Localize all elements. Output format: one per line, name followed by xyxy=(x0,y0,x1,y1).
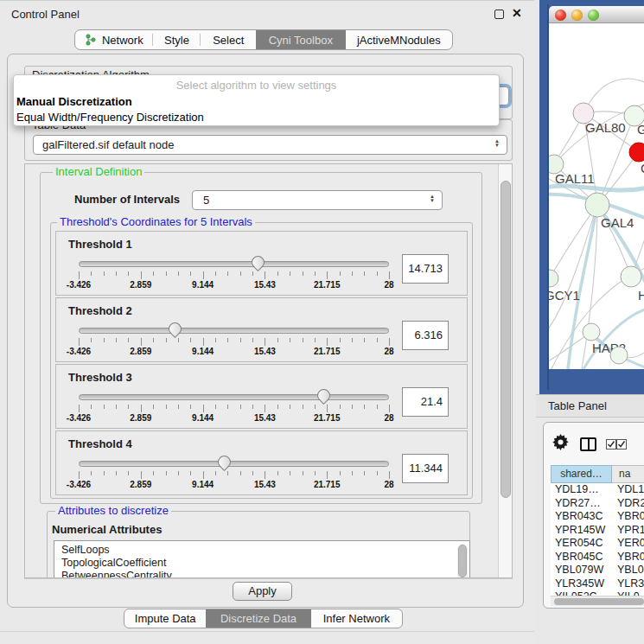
slider-track[interactable] xyxy=(79,328,389,334)
table-row[interactable]: YER054CYER0 xyxy=(551,537,644,551)
spinner-arrows-icon: ▲▼ xyxy=(430,194,435,203)
attributes-list-scrollbar[interactable] xyxy=(457,544,468,578)
threshold-label: Threshold 3 xyxy=(68,371,132,384)
cyni-toolbox-panel: Discretization Algorithm Table Data galF… xyxy=(7,54,524,608)
node-label: G xyxy=(637,122,644,137)
threshold-label: Threshold 2 xyxy=(68,304,132,317)
table-row[interactable]: YDR27…YDR2 xyxy=(551,497,644,511)
dropdown-item-manual[interactable]: Manual Discretization xyxy=(16,95,132,108)
slider-thumb[interactable] xyxy=(215,453,233,471)
float-icon[interactable] xyxy=(494,10,504,19)
network-node[interactable] xyxy=(585,193,609,217)
number-of-intervals-label: Number of Intervals xyxy=(74,193,180,206)
tab-jactivemnodules[interactable]: jActiveMNodules xyxy=(346,30,452,49)
threshold-value[interactable]: 11.344 xyxy=(402,454,449,483)
gear-icon[interactable] xyxy=(552,434,569,450)
network-window-titlebar xyxy=(549,6,644,23)
network-node[interactable] xyxy=(583,323,600,341)
bottom-tab-discretize-data[interactable]: Discretize Data xyxy=(206,609,310,628)
close-window-button[interactable] xyxy=(555,10,566,21)
top-tabbar: NetworkStyleSelectCyni ToolboxjActiveMNo… xyxy=(74,29,453,50)
table-data-combobox[interactable]: galFiltered.sif default node ▲▼ xyxy=(33,135,507,155)
threshold-panel: Threshold 1 -3.4262.8599.14415.4321.7152… xyxy=(55,231,468,296)
slider-track[interactable] xyxy=(79,461,389,467)
network-icon xyxy=(85,34,97,46)
tab-select[interactable]: Select xyxy=(201,30,256,49)
table-row[interactable]: YLR345WYLR3 xyxy=(551,577,644,591)
tab-cyni-toolbox[interactable]: Cyni Toolbox xyxy=(256,30,346,49)
bottom-tab-impute-data[interactable]: Impute Data xyxy=(124,609,206,628)
table-row[interactable]: YDL19…YDL1 xyxy=(551,483,644,497)
slider-track[interactable] xyxy=(79,394,389,400)
close-icon[interactable]: ✕ xyxy=(512,6,522,20)
table-panel: shared… na YDL19…YDL1YDR27…YDR2YBR043CYB… xyxy=(543,422,644,609)
tab-network[interactable]: Network xyxy=(75,30,153,49)
table-horizontal-scrollbar[interactable] xyxy=(551,596,644,606)
attribute-item[interactable]: BetweennessCentrality xyxy=(54,570,469,578)
column-header-shared-name[interactable]: shared… xyxy=(551,465,612,483)
node-label: GCY1 xyxy=(549,288,580,303)
threshold-label: Threshold 1 xyxy=(68,238,132,251)
bottom-tabbar: Impute DataDiscretize DataInfer Network xyxy=(124,609,403,628)
thresholds-group-title: Threshold's Coordinates for 5 Intervals xyxy=(57,216,255,227)
slider-track[interactable] xyxy=(79,261,389,267)
table-data-value: galFiltered.sif default node xyxy=(42,138,174,151)
interval-definition-title: Interval Definition xyxy=(53,166,144,177)
slider-thumb[interactable] xyxy=(166,320,184,338)
table-row[interactable]: YBR043CYBR0 xyxy=(551,510,644,524)
table-panel-title: Table Panel xyxy=(548,399,607,412)
network-canvas[interactable]: GAL80GCGAL11GAL4GCY1HHAP2 xyxy=(549,23,644,369)
minimize-window-button[interactable] xyxy=(571,10,583,21)
control-panel: Control Panel ✕ NetworkStyleSelectCyni T… xyxy=(0,0,534,644)
node-label: GAL11 xyxy=(555,171,595,186)
attribute-item[interactable]: SelfLoops xyxy=(54,544,469,557)
panel-title: Control Panel xyxy=(11,8,80,21)
column-header-name[interactable]: na xyxy=(612,465,644,483)
slider-thumb[interactable] xyxy=(315,386,333,405)
network-node[interactable] xyxy=(610,347,628,364)
node-label: GAL4 xyxy=(601,215,634,230)
numerical-attributes-list[interactable]: SelfLoopsTopologicalCoefficientBetweenne… xyxy=(54,540,470,578)
network-node[interactable] xyxy=(621,266,641,287)
network-node[interactable] xyxy=(549,270,558,287)
number-of-intervals-spinner[interactable]: 5 ▲▼ xyxy=(192,190,443,210)
columns-icon[interactable] xyxy=(580,437,596,451)
node-label: GAL80 xyxy=(585,120,626,135)
attributes-group-title: Attributes to discretize xyxy=(55,505,171,516)
threshold-label: Threshold 4 xyxy=(68,437,132,450)
numerical-attributes-label: Numerical Attributes xyxy=(52,523,162,536)
table-row[interactable]: YPR145WYPR1 xyxy=(551,524,644,538)
network-node[interactable] xyxy=(629,143,644,162)
algorithm-dropdown-popup: Select algorithm to view settings Manual… xyxy=(13,74,500,126)
slider-thumb[interactable] xyxy=(249,253,267,271)
settings-vertical-scrollbar[interactable] xyxy=(498,164,512,577)
table-body: YDL19…YDL1YDR27…YDR2YBR043CYBR0YPR145WYP… xyxy=(551,483,644,596)
dropdown-item-equal-width[interactable]: Equal Width/Frequency Discretization xyxy=(16,111,204,124)
threshold-value[interactable]: 14.713 xyxy=(402,254,449,284)
zoom-window-button[interactable] xyxy=(588,10,599,21)
combo-arrows-icon: ▲▼ xyxy=(494,139,500,148)
threshold-value[interactable]: 21.4 xyxy=(402,387,449,417)
threshold-panel: Threshold 3 -3.4262.8599.14415.4321.7152… xyxy=(55,364,468,429)
bottom-tab-infer-network[interactable]: Infer Network xyxy=(311,609,402,628)
attribute-item[interactable]: TopologicalCoefficient xyxy=(54,557,469,570)
threshold-value[interactable]: 6.316 xyxy=(402,321,449,350)
apply-button[interactable]: Apply xyxy=(233,582,292,601)
panel-bottom-divider xyxy=(0,631,534,632)
number-of-intervals-value: 5 xyxy=(203,194,209,207)
select-columns-icon[interactable] xyxy=(606,439,627,450)
node-label: H xyxy=(638,288,644,303)
table-panel-header: Table Panel xyxy=(536,394,644,418)
node-label: C xyxy=(641,161,644,175)
right-side: GAL80GCGAL11GAL4GCY1HHAP2 Table Panel sh… xyxy=(536,0,644,644)
settings-scrollpane: Interval Definition Number of Intervals … xyxy=(24,163,513,578)
table-row[interactable]: YBL079WYBL0 xyxy=(551,564,644,577)
dropdown-placeholder: Select algorithm to view settings xyxy=(14,79,499,92)
threshold-panel: Threshold 4 -3.4262.8599.14415.4321.7152… xyxy=(55,430,468,495)
tab-style[interactable]: Style xyxy=(153,30,201,49)
threshold-panel: Threshold 2 -3.4262.8599.14415.4321.7152… xyxy=(55,297,468,362)
table-row[interactable]: YBR045CYBR0 xyxy=(551,551,644,564)
